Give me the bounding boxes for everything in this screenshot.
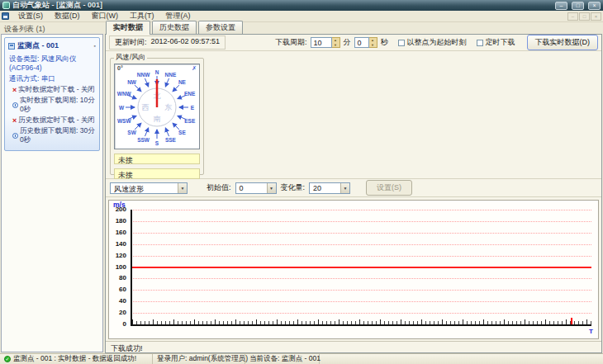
minutes-unit-label: 分 bbox=[344, 37, 351, 48]
application-window: 自动气象站 - [监测点 - 001] – □ × 设置(S) 数据(D) 窗口… bbox=[0, 0, 603, 364]
success-check-icon: ✓ bbox=[4, 356, 11, 362]
history-download-period: 历史数据下载周期: 30分 0秒 bbox=[7, 125, 97, 145]
history-timed-download-status: × 历史数据定时下载 - 关闭 bbox=[7, 115, 97, 125]
initial-value-label: 初始值: bbox=[207, 182, 231, 193]
tab-history-data[interactable]: 历史数据 bbox=[152, 21, 197, 34]
seconds-spin-buttons[interactable]: ▲▼ bbox=[369, 37, 377, 48]
svg-text:NE: NE bbox=[178, 79, 187, 85]
realtime-download-period: 实时数据下载周期: 10分 0秒 bbox=[7, 95, 97, 115]
clock-icon bbox=[12, 102, 18, 108]
gridline bbox=[131, 301, 591, 302]
wind-groupbox: 风速/风向 0° ✗ 北东南西NNNENEENEEESESESSESSSWSWW… bbox=[110, 53, 204, 175]
compass-panel: 0° ✗ 北东南西NNNENEENEEESESESSESSSWSWWSWWWNW… bbox=[114, 64, 200, 149]
device-list-panel: 监测点 - 001 ▪ 设备类型: 风速风向仪 (ACF96-4) 通讯方式: … bbox=[1, 34, 103, 352]
device-card-title[interactable]: 监测点 - 001 ▪ bbox=[7, 40, 97, 54]
download-realtime-button[interactable]: 下载实时数据(D) bbox=[527, 35, 599, 50]
svg-text:SE: SE bbox=[178, 130, 186, 135]
seconds-unit-label: 秒 bbox=[381, 37, 388, 48]
waveform-type-select[interactable]: 风速波形 ▼ bbox=[110, 182, 188, 194]
update-time-display: 更新时间: 2012-06-02 09:57:51 bbox=[109, 35, 226, 50]
svg-text:ENE: ENE bbox=[184, 91, 196, 97]
align-start-checkbox[interactable]: 以整点为起始时刻 bbox=[398, 37, 467, 48]
checkbox-icon[interactable] bbox=[398, 40, 405, 46]
svg-text:WNW: WNW bbox=[117, 91, 132, 97]
x-major-ticks bbox=[132, 319, 591, 324]
workspace: 设备列表 (1) 监测点 - 001 ▪ 设备类型: 风速风向仪 (ACF96-… bbox=[0, 22, 603, 353]
gridline bbox=[131, 290, 591, 291]
device-icon bbox=[8, 43, 15, 50]
mdi-close-button[interactable]: × bbox=[591, 12, 601, 21]
gridline bbox=[131, 313, 591, 314]
gridline bbox=[131, 233, 591, 234]
svg-text:SSW: SSW bbox=[137, 137, 150, 143]
realtime-tab-page: 更新时间: 2012-06-02 09:57:51 下载周期: 10 ▲▼ 分 … bbox=[105, 34, 602, 353]
tab-realtime-data[interactable]: 实时数据 bbox=[106, 21, 150, 35]
spin-down-icon: ▼ bbox=[332, 43, 339, 48]
chevron-down-icon[interactable]: ▼ bbox=[267, 183, 276, 193]
gridline bbox=[131, 244, 591, 245]
y-tick-label: 20 bbox=[109, 309, 126, 316]
download-status-message: 下载成功! bbox=[106, 341, 601, 352]
maximize-button[interactable]: □ bbox=[572, 2, 584, 10]
device-type-line: 设备类型: 风速风向仪 (ACF96-4) bbox=[7, 54, 97, 73]
wind-direction-value: 未接 bbox=[114, 168, 200, 179]
spin-down-icon: ▼ bbox=[369, 43, 377, 48]
initial-value-select[interactable]: 0 ▼ bbox=[235, 182, 277, 194]
y-tick-label: 40 bbox=[109, 297, 126, 305]
checkbox-icon[interactable] bbox=[477, 40, 483, 46]
chart-plot: m/s T 200180160140120100806040200 bbox=[109, 201, 598, 338]
y-tick-label: 140 bbox=[109, 240, 126, 248]
delta-value-select[interactable]: 20 ▼ bbox=[309, 182, 350, 194]
reference-line bbox=[131, 267, 591, 268]
gridline bbox=[131, 221, 591, 222]
mdi-system-icon[interactable] bbox=[2, 12, 9, 20]
period-label: 下载周期: bbox=[275, 37, 307, 48]
device-list-header: 设备列表 (1) bbox=[1, 23, 103, 34]
menu-settings[interactable]: 设置(S) bbox=[12, 10, 49, 22]
wind-section: 风速/风向 0° ✗ 北东南西NNNENEENEEESESESSESSSWSWW… bbox=[106, 51, 601, 179]
minutes-spinner[interactable]: 10 ▲▼ bbox=[311, 37, 340, 48]
chart-cursor-marker bbox=[571, 318, 572, 324]
mdi-minimize-button[interactable]: – bbox=[567, 12, 578, 21]
set-button[interactable]: 设置(S) bbox=[366, 180, 412, 196]
chevron-down-icon[interactable]: ▼ bbox=[178, 183, 187, 193]
seconds-input[interactable]: 0 bbox=[354, 37, 369, 48]
wind-speed-value: 未接 bbox=[114, 154, 200, 164]
svg-text:NNE: NNE bbox=[165, 72, 177, 78]
tab-strip: 实时数据 历史数据 参数设置 bbox=[105, 22, 602, 34]
svg-text:E: E bbox=[191, 105, 195, 111]
y-tick-label: 180 bbox=[109, 217, 126, 225]
svg-text:东: 东 bbox=[164, 103, 173, 111]
close-button[interactable]: × bbox=[588, 2, 601, 10]
status-bar: ✓ 监测点 - 001 : 实时数据 - 数据返回成功! 登录用户: admin… bbox=[0, 353, 603, 364]
mdi-restore-button[interactable]: □ bbox=[579, 12, 590, 21]
x-axis bbox=[131, 324, 591, 326]
device-sidebar: 设备列表 (1) 监测点 - 001 ▪ 设备类型: 风速风向仪 (ACF96-… bbox=[0, 22, 105, 353]
collapse-icon[interactable]: ▪ bbox=[94, 43, 96, 49]
svg-text:ESE: ESE bbox=[184, 118, 196, 124]
wind-compass: 北东南西NNNENEENEEESESESSESSSWSWWSWWWNWNWNNW bbox=[115, 64, 199, 147]
timed-download-checkbox[interactable]: 定时下载 bbox=[477, 37, 515, 48]
minimize-button[interactable]: – bbox=[555, 2, 567, 10]
wind-group-title: 风速/风向 bbox=[114, 53, 147, 63]
svg-text:W: W bbox=[119, 105, 125, 111]
menu-data[interactable]: 数据(D) bbox=[49, 10, 86, 22]
update-time-value: 2012-06-02 09:57:51 bbox=[151, 37, 221, 48]
svg-text:WSW: WSW bbox=[117, 118, 131, 124]
minutes-input[interactable]: 10 bbox=[311, 37, 332, 48]
y-tick-label: 200 bbox=[109, 206, 126, 213]
status-device-cell: 当前设备: 监测点 - 001 bbox=[245, 354, 320, 364]
svg-text:NW: NW bbox=[127, 79, 137, 85]
waveform-controls: 风速波形 ▼ 初始值: 0 ▼ 变化量: 20 ▼ 设置(S) bbox=[106, 179, 601, 197]
gridline bbox=[131, 210, 591, 210]
svg-text:SSE: SSE bbox=[165, 137, 177, 143]
download-toolbar: 更新时间: 2012-06-02 09:57:51 下载周期: 10 ▲▼ 分 … bbox=[106, 35, 601, 51]
tab-parameter-settings[interactable]: 参数设置 bbox=[198, 21, 243, 34]
status-user-cell: 登录用户: admin(系统管理员) bbox=[153, 354, 245, 364]
seconds-spinner[interactable]: 0 ▲▼ bbox=[354, 37, 377, 48]
y-axis bbox=[131, 210, 132, 324]
y-tick-label: 100 bbox=[109, 263, 126, 271]
device-card[interactable]: 监测点 - 001 ▪ 设备类型: 风速风向仪 (ACF96-4) 通讯方式: … bbox=[4, 37, 100, 151]
chevron-down-icon[interactable]: ▼ bbox=[340, 183, 349, 193]
minutes-spin-buttons[interactable]: ▲▼ bbox=[332, 37, 340, 48]
